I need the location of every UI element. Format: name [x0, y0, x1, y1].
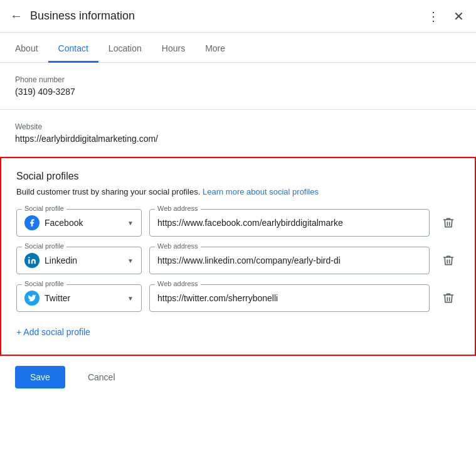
twitter-dropdown-arrow: ▼ [127, 295, 134, 302]
social-profiles-description: Build customer trust by sharing your soc… [16, 187, 460, 196]
twitter-url-field[interactable]: Web address [149, 284, 430, 312]
website-label: Website [15, 122, 461, 131]
social-row-twitter: Social profile Twitter ▼ Web address [16, 284, 460, 312]
back-button[interactable]: ← [10, 9, 23, 23]
phone-section: Phone number (319) 409-3287 [0, 63, 476, 110]
tab-more[interactable]: More [195, 36, 235, 63]
phone-value: (319) 409-3287 [15, 87, 461, 97]
twitter-delete-button[interactable] [437, 287, 460, 309]
header: ← Business information ⋮ ✕ [0, 0, 476, 33]
web-address-label-2: Web address [155, 242, 201, 250]
add-social-label: + Add social profile [16, 327, 90, 337]
linkedin-profile-dropdown[interactable]: Social profile Linkedin ▼ [16, 247, 142, 274]
facebook-delete-button[interactable] [437, 211, 460, 234]
cancel-button[interactable]: Cancel [73, 366, 130, 388]
facebook-icon [24, 215, 40, 230]
tab-location[interactable]: Location [98, 36, 152, 63]
social-field-label-3: Social profile [22, 280, 66, 287]
twitter-name: Twitter [45, 293, 122, 303]
svg-point-0 [28, 257, 29, 258]
social-desc-text: Build customer trust by sharing your soc… [16, 187, 200, 196]
tab-about[interactable]: About [5, 36, 48, 63]
linkedin-dropdown-arrow: ▼ [127, 257, 134, 264]
save-button[interactable]: Save [15, 366, 65, 388]
footer: Save Cancel [0, 356, 476, 399]
web-address-label-1: Web address [155, 205, 201, 212]
close-icon[interactable]: ✕ [451, 9, 466, 24]
linkedin-url-input[interactable] [157, 255, 421, 265]
linkedin-url-field[interactable]: Web address [149, 247, 430, 274]
social-field-label-2: Social profile [22, 242, 66, 250]
facebook-profile-dropdown[interactable]: Social profile Facebook ▼ [16, 209, 142, 237]
linkedin-icon [24, 253, 40, 268]
tab-contact[interactable]: Contact [48, 36, 98, 63]
tabs: About Contact Location Hours More [0, 33, 476, 63]
tab-hours[interactable]: Hours [152, 36, 195, 63]
content-area: Phone number (319) 409-3287 Website http… [0, 63, 476, 455]
social-field-label-1: Social profile [22, 205, 66, 212]
facebook-dropdown-arrow: ▼ [127, 220, 134, 227]
web-address-label-3: Web address [155, 280, 201, 287]
learn-more-link[interactable]: Learn more about social profiles [203, 187, 319, 196]
website-value: https://earlybirddigitalmarketing.com/ [15, 134, 461, 144]
linkedin-name: Linkedin [45, 255, 122, 265]
website-section: Website https://earlybirddigitalmarketin… [0, 110, 476, 157]
header-icons: ⋮ ✕ [426, 9, 466, 24]
facebook-url-input[interactable] [157, 218, 421, 228]
twitter-url-input[interactable] [157, 293, 421, 303]
social-row-linkedin: Social profile Linkedin ▼ Web address [16, 247, 460, 274]
twitter-icon [24, 291, 40, 306]
more-icon[interactable]: ⋮ [426, 9, 441, 24]
social-profiles-section: Social profiles Build customer trust by … [0, 157, 476, 356]
page-title: Business information [30, 9, 426, 23]
phone-label: Phone number [15, 75, 461, 84]
facebook-name: Facebook [45, 218, 122, 228]
facebook-url-field[interactable]: Web address [149, 209, 430, 237]
social-row-facebook: Social profile Facebook ▼ Web address [16, 209, 460, 237]
twitter-profile-dropdown[interactable]: Social profile Twitter ▼ [16, 284, 142, 312]
linkedin-delete-button[interactable] [437, 249, 460, 272]
add-social-profile-button[interactable]: + Add social profile [16, 322, 460, 342]
social-profiles-title: Social profiles [16, 171, 460, 182]
